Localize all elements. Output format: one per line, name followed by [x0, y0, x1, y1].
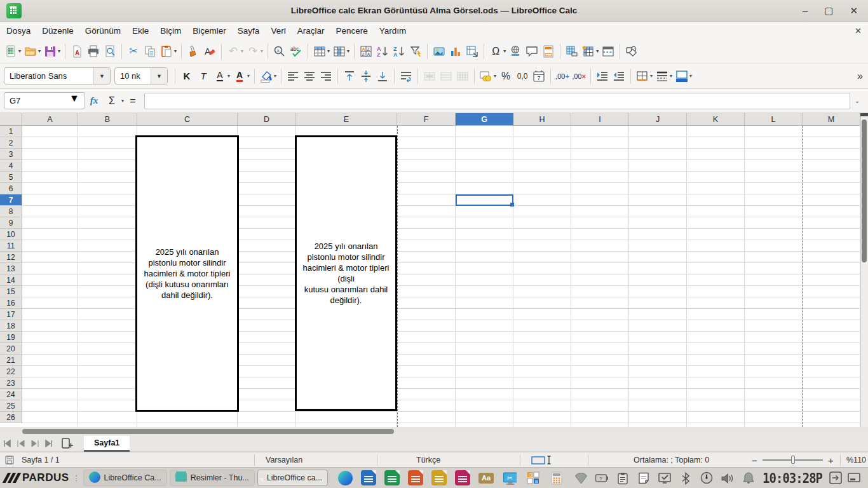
name-box[interactable]: G7 ▼	[4, 92, 85, 109]
highlight-color-button[interactable]: ▾	[258, 67, 278, 86]
chevron-down-icon[interactable]: ▾	[274, 73, 276, 79]
row-header-19[interactable]: 19	[0, 332, 22, 343]
find-replace-button[interactable]: a	[271, 42, 288, 61]
chevron-down-icon[interactable]: ▾	[670, 73, 672, 79]
display-check-icon[interactable]	[658, 471, 671, 485]
increase-indent-button[interactable]	[594, 67, 611, 86]
volume-icon[interactable]	[721, 471, 734, 485]
column-header-I[interactable]: I	[571, 113, 629, 126]
cut-button[interactable]: ✂	[125, 42, 142, 61]
print-area-button[interactable]	[564, 42, 580, 61]
horizontal-scrollbar[interactable]	[0, 427, 868, 436]
clipboard-icon[interactable]	[616, 471, 629, 485]
row-header-16[interactable]: 16	[0, 297, 22, 309]
font-size-combo[interactable]: 10 nk ▼	[114, 67, 168, 85]
row-header-6[interactable]: 6	[0, 183, 22, 194]
row-header-26[interactable]: 26	[0, 412, 22, 423]
taskbar-window-1[interactable]: LibreOffice Ca...	[83, 470, 167, 486]
chevron-down-icon[interactable]: ▾	[227, 73, 230, 79]
selection-mode-icon[interactable]	[531, 452, 553, 468]
row-header-9[interactable]: 9	[0, 217, 22, 229]
chevron-down-icon[interactable]: ▾	[596, 48, 599, 54]
minimize-button[interactable]: –	[803, 0, 808, 22]
show-desktop-icon[interactable]	[847, 471, 860, 485]
vertical-scrollbar[interactable]	[860, 113, 868, 427]
cell-grid[interactable]: 2025 yılı onarılan pistonlu motor silind…	[22, 126, 860, 427]
currency-button[interactable]: ▾	[478, 67, 498, 86]
text-box-2[interactable]: 2025 yılı onarılan pistonlu motor silind…	[295, 135, 397, 411]
chevron-down-icon[interactable]: ▾	[58, 48, 60, 54]
column-header-G[interactable]: G	[456, 113, 513, 126]
headers-footers-button[interactable]	[540, 42, 557, 61]
row-header-23[interactable]: 23	[0, 377, 22, 389]
launcher-impress-icon[interactable]	[407, 470, 424, 486]
gauge-icon[interactable]	[700, 471, 713, 485]
row-header-7[interactable]: 7	[0, 194, 22, 206]
notifications-icon[interactable]	[742, 471, 755, 485]
launcher-calc-icon[interactable]	[384, 470, 400, 486]
date-format-button[interactable]: 7	[531, 67, 547, 86]
launcher-keyboard-icon[interactable]: Aa	[478, 470, 494, 486]
font-color-button[interactable]: A▾	[231, 67, 251, 86]
row-header-21[interactable]: 21	[0, 355, 22, 366]
menu-yardım[interactable]: Yardım	[374, 24, 412, 38]
chevron-down-icon[interactable]: ▾	[241, 48, 243, 54]
row-header-10[interactable]: 10	[0, 229, 22, 240]
add-decimal-button[interactable]: ,00+	[554, 67, 571, 86]
copy-button[interactable]	[142, 42, 158, 61]
chevron-down-icon[interactable]: ▼	[93, 68, 110, 84]
menu-düzenle[interactable]: Düzenle	[37, 24, 79, 38]
decrease-indent-button[interactable]	[611, 67, 627, 86]
column-header-L[interactable]: L	[745, 113, 803, 126]
launcher-draw-icon[interactable]	[431, 470, 447, 486]
chevron-down-icon[interactable]: ▼	[151, 68, 167, 84]
redo-button[interactable]: ↷▾	[245, 42, 264, 61]
bluetooth-icon[interactable]	[679, 471, 692, 485]
menu-araçlar[interactable]: Araçlar	[292, 24, 330, 38]
row-header-3[interactable]: 3	[0, 149, 22, 160]
insert-column-button[interactable]: ▾	[331, 42, 351, 61]
clone-formatting-button[interactable]	[185, 42, 201, 61]
page-style[interactable]: Varsayılan	[266, 452, 302, 468]
zoom-in-icon[interactable]: +	[828, 452, 834, 468]
vertical-split-handle[interactable]	[860, 113, 868, 116]
add-sheet-icon[interactable]	[58, 438, 76, 449]
launcher-writer-icon[interactable]	[360, 470, 377, 486]
notes-icon[interactable]	[637, 471, 650, 485]
percent-button[interactable]: %	[498, 67, 514, 86]
number-format-button[interactable]: 0,0	[514, 67, 531, 86]
launcher-calculator-icon[interactable]	[548, 470, 565, 486]
spelling-button[interactable]: abc	[288, 42, 304, 61]
print-button[interactable]	[85, 42, 102, 61]
row-header-18[interactable]: 18	[0, 320, 22, 332]
clear-formatting-button[interactable]: A	[201, 42, 218, 61]
previous-sheet-icon[interactable]	[14, 440, 28, 447]
special-character-button[interactable]: Ω▾	[487, 42, 507, 61]
insert-row-button[interactable]: ▾	[311, 42, 331, 61]
freeze-panes-button[interactable]: ✱▾	[580, 42, 600, 61]
row-header-2[interactable]: 2	[0, 137, 22, 149]
column-header-F[interactable]: F	[397, 113, 456, 126]
insert-pivot-table-button[interactable]	[464, 42, 480, 61]
row-header-4[interactable]: 4	[0, 160, 22, 172]
row-header-17[interactable]: 17	[0, 309, 22, 320]
undo-button[interactable]: ↶▾	[225, 42, 245, 61]
merge-cells-button[interactable]	[438, 67, 454, 86]
sort-descending-button[interactable]: ZA	[391, 42, 407, 61]
delete-decimal-button[interactable]: ,00×	[571, 67, 587, 86]
split-window-button[interactable]	[600, 42, 616, 61]
chevron-down-icon[interactable]: ▼	[69, 93, 85, 109]
row-header-20[interactable]: 20	[0, 343, 22, 355]
cell-cursor-G7[interactable]	[456, 194, 513, 206]
zoom-out-icon[interactable]: −	[752, 452, 757, 468]
row-header-8[interactable]: 8	[0, 206, 22, 217]
sort-button[interactable]: AZZA	[358, 42, 374, 61]
borders-button[interactable]: ▾	[634, 67, 654, 86]
first-sheet-icon[interactable]	[0, 440, 14, 447]
launcher-edge-icon[interactable]	[337, 470, 353, 486]
menu-biçim[interactable]: Biçim	[155, 24, 186, 38]
selection-summary[interactable]: Ortalama: ; Toplam: 0	[634, 452, 709, 468]
chevron-down-icon[interactable]: ▾	[347, 48, 349, 54]
print-preview-button[interactable]	[102, 42, 118, 61]
chevron-down-icon[interactable]: ▾	[494, 73, 496, 79]
